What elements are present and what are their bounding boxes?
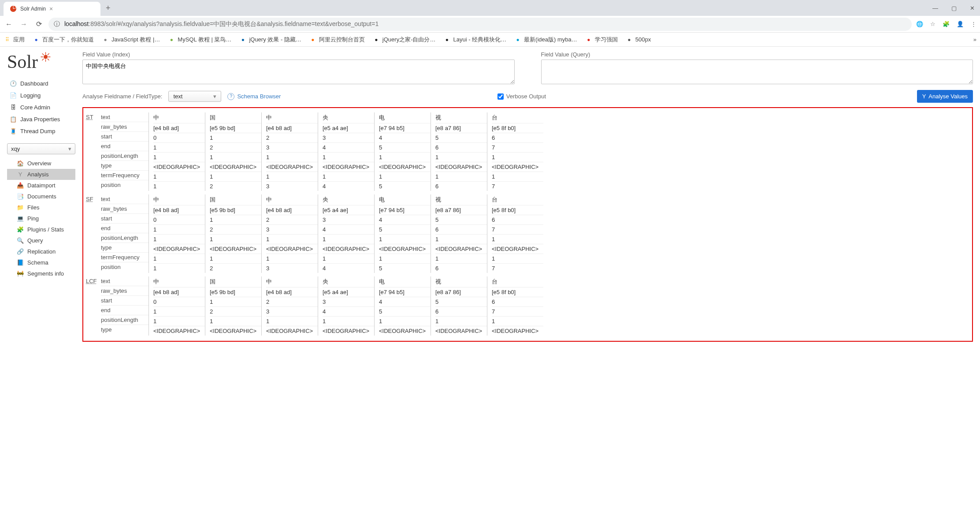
nav-item[interactable]: 🗄Core Admin [7, 101, 75, 113]
token-value: 中 [153, 276, 205, 287]
subnav-item[interactable]: 🔍Query [7, 235, 75, 246]
bookmark-item[interactable]: ●JavaScript 教程 |… [102, 36, 160, 44]
subnav-item[interactable]: 🏠Overview [7, 158, 75, 169]
token-value: [e4 b8 ad] [266, 287, 318, 297]
attr-name: termFrequency [101, 171, 148, 180]
attr-name: position [101, 262, 148, 272]
subnav-item[interactable]: 📥Dataimport [7, 180, 75, 191]
token-value: <IDEOGRAPHIC> [153, 162, 205, 172]
verbose-checkbox[interactable] [497, 93, 504, 100]
token-value: 台 [492, 276, 543, 287]
stage-short-label[interactable]: SF [86, 194, 101, 273]
bookmark-label: MySQL 教程 | 菜鸟… [178, 36, 231, 44]
attr-name: positionLength [101, 315, 148, 325]
token-value: 6 [435, 225, 487, 235]
subnav-item[interactable]: 📑Documents [7, 191, 75, 202]
subnav-item[interactable]: 💻Ping [7, 213, 75, 224]
analyse-values-button[interactable]: Y Analyse Values [917, 90, 973, 103]
bookmark-item[interactable]: ●MySQL 教程 | 菜鸟… [168, 36, 231, 44]
subnav-item[interactable]: 🚧Segments info [7, 268, 75, 279]
verbose-output-toggle[interactable]: Verbose Output [497, 93, 546, 100]
token-value: 中 [153, 194, 205, 205]
token-value: [e7 94 b5] [379, 205, 431, 215]
nav-item[interactable]: 🧵Thread Dump [7, 125, 75, 137]
bookmark-item[interactable]: ●阿里云控制台首页 [309, 36, 365, 44]
bookmark-item[interactable]: ●500px [626, 36, 651, 43]
minimize-button[interactable]: — [930, 3, 941, 13]
new-tab-button[interactable]: + [106, 4, 111, 13]
bookmark-item[interactable]: ●百度一下，你就知道 [33, 36, 94, 44]
translate-icon[interactable]: 🌐 [916, 21, 923, 27]
bookmark-item[interactable]: ●学习强国 [585, 36, 618, 44]
bookmark-item[interactable]: ⠿应用 [4, 36, 25, 44]
token-value: [e5 9b bd] [210, 205, 261, 215]
token-value: 5 [435, 215, 487, 225]
browser-tab[interactable]: Solr Admin × [4, 2, 100, 16]
subnav-icon: 💻 [17, 215, 24, 222]
subnav-icon: Y [17, 171, 24, 178]
token-value: 1 [492, 254, 543, 264]
extensions-icon[interactable]: 🧩 [943, 21, 950, 27]
subnav-item[interactable]: 🔗Replication [7, 246, 75, 257]
bookmark-favicon-icon: ⠿ [4, 36, 11, 43]
schema-browser-link[interactable]: ? Schema Browser [227, 93, 281, 100]
token-value: 中 [266, 112, 318, 123]
token-value: 1 [153, 172, 205, 182]
token-value: 1 [435, 172, 487, 182]
tab-close-icon[interactable]: × [49, 5, 53, 12]
nav-item[interactable]: 🕐Dashboard [7, 78, 75, 90]
core-selector[interactable]: xqy ▾ [7, 143, 75, 154]
token-value: [e5 9b bd] [210, 123, 261, 133]
bookmark-star-icon[interactable]: ☆ [930, 21, 935, 27]
nav-label: Java Properties [20, 116, 60, 123]
stage-short-label[interactable]: ST [86, 112, 101, 191]
token-value: 5 [379, 307, 431, 317]
profile-icon[interactable]: 👤 [957, 21, 964, 27]
fieldtype-select[interactable]: text ▾ [168, 91, 221, 102]
token-value: <IDEOGRAPHIC> [266, 326, 318, 336]
subnav-label: Files [27, 204, 39, 211]
bookmark-item[interactable]: ●Layui - 经典模块化… [443, 36, 506, 44]
nav-item[interactable]: 📄Logging [7, 90, 75, 101]
token-value: 电 [379, 112, 431, 123]
token-value: [e4 b8 ad] [266, 123, 318, 133]
bookmarks-overflow-button[interactable]: » [973, 36, 976, 43]
token-value: 1 [492, 153, 543, 162]
token-value: 中 [153, 112, 205, 123]
bookmark-label: 最新(idea版) myba… [524, 36, 577, 44]
back-button[interactable]: ← [4, 20, 14, 28]
subnav-label: Ping [27, 215, 39, 222]
bookmark-item[interactable]: ●jQuery之家-自由分… [373, 36, 436, 44]
token-column: 台[e5 8f b0]671<IDEOGRAPHIC>17 [487, 194, 543, 273]
forward-button[interactable]: → [19, 20, 29, 28]
subnav-icon: 🔍 [17, 237, 24, 244]
address-bar[interactable]: ⓘ localhost:8983/solr/#/xqy/analysis?ana… [48, 18, 912, 31]
field-value-index-input[interactable] [82, 60, 515, 84]
subnav-item[interactable]: 📘Schema [7, 257, 75, 268]
token-value: 电 [379, 276, 431, 287]
subnav-item[interactable]: YAnalysis [7, 169, 75, 180]
token-value: 5 [379, 143, 431, 153]
token-value: 1 [153, 264, 205, 273]
nav-item[interactable]: 📋Java Properties [7, 113, 75, 125]
field-value-query-input[interactable] [541, 60, 973, 84]
subnav-item[interactable]: 🧩Plugins / Stats [7, 224, 75, 235]
token-value: [e5 9b bd] [210, 287, 261, 297]
token-value: [e5 a4 ae] [323, 205, 374, 215]
subnav-label: Schema [27, 259, 48, 266]
subnav-item[interactable]: 📁Files [7, 202, 75, 213]
attr-name: end [101, 306, 148, 315]
attr-name: positionLength [101, 233, 148, 243]
token-value: 1 [210, 215, 261, 225]
bookmark-item[interactable]: ●jQuery 效果 - 隐藏… [239, 36, 301, 44]
attr-name: text [101, 194, 148, 204]
maximize-button[interactable]: ▢ [949, 3, 959, 13]
site-info-icon[interactable]: ⓘ [54, 20, 60, 28]
menu-icon[interactable]: ⋮ [971, 21, 976, 27]
bookmark-favicon-icon: ● [373, 36, 380, 43]
nav-icon: 🗄 [10, 104, 17, 111]
bookmark-item[interactable]: ●最新(idea版) myba… [514, 36, 577, 44]
reload-button[interactable]: ⟳ [33, 20, 44, 28]
close-window-button[interactable]: ✕ [967, 3, 977, 13]
stage-short-label[interactable]: LCF [86, 276, 101, 336]
